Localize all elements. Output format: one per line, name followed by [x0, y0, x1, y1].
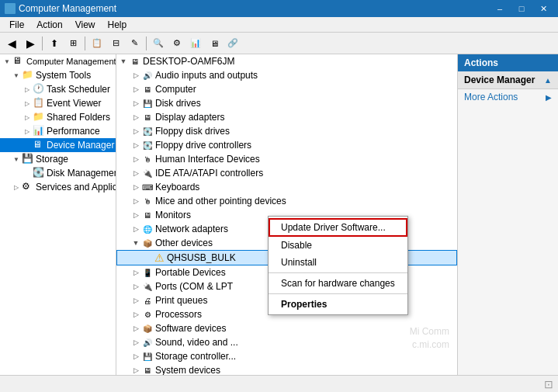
dev-hid[interactable]: ▷ 🖱 Human Interface Devices	[116, 152, 457, 166]
audio-icon: 🔊	[141, 69, 154, 82]
log-icon: 📋	[33, 97, 45, 109]
dev-label: Portable Devices	[155, 267, 226, 278]
up-button[interactable]: ⬆	[46, 35, 63, 52]
dev-label: Floppy drive controllers	[155, 140, 251, 151]
ctx-separator-2	[269, 293, 407, 294]
toolbar-btn-3[interactable]: 📋	[88, 35, 106, 52]
toolbar-sep-2	[85, 36, 85, 50]
show-hide-button[interactable]: ⊞	[64, 35, 81, 52]
dev-floppy-ctrl[interactable]: ▷ 💽 Floppy drive controllers	[116, 138, 457, 152]
dev-display[interactable]: ▷ 🖥 Display adapters	[116, 110, 457, 124]
menu-view[interactable]: View	[69, 18, 102, 32]
floppy-ctrl-icon: 💽	[141, 139, 154, 151]
dev-software[interactable]: ▷ 📦 Software devices	[116, 321, 457, 335]
toolbar-btn-5[interactable]: ✎	[126, 35, 143, 52]
dev-label: Monitors	[155, 210, 191, 220]
tree-services[interactable]: ▷ ⚙ Services and Applications	[0, 180, 116, 194]
portable-icon: 📱	[141, 266, 154, 279]
dev-keyboards[interactable]: ▷ ⌨ Keyboards	[116, 180, 457, 194]
tree-performance[interactable]: ▷ 📊 Performance	[0, 124, 116, 138]
expand-icon: ▷	[130, 196, 141, 206]
other-icon: 📦	[141, 237, 154, 249]
actions-sub-header: Device Manager ▲	[458, 71, 558, 89]
dev-system[interactable]: ▷ 🖥 System devices	[116, 363, 457, 375]
title-bar-title: Computer Management	[19, 3, 116, 14]
device-tree: ▼ 🖥 DESKTOP-OAMF6JM ▷ 🔊 Audio inputs and…	[116, 54, 457, 375]
expand-icon: ▷	[130, 140, 141, 151]
cpu-icon: ⚙	[141, 308, 154, 321]
expand-icon	[22, 168, 33, 179]
title-bar-buttons: – □ ✕	[490, 2, 553, 16]
tree-task-scheduler[interactable]: ▷ 🕐 Task Scheduler	[0, 82, 116, 96]
expand-icon: ▷	[130, 98, 141, 109]
ctx-scan[interactable]: Scan for hardware changes	[269, 275, 407, 292]
dev-ide[interactable]: ▷ 🔌 IDE ATA/ATAPI controllers	[116, 166, 457, 180]
toolbar-btn-8[interactable]: 📊	[187, 35, 204, 52]
dev-floppy-disk[interactable]: ▷ 💽 Floppy disk drives	[116, 124, 457, 138]
tree-event-viewer[interactable]: ▷ 📋 Event Viewer	[0, 96, 116, 110]
tree-device-manager[interactable]: 🖥 Device Manager	[0, 138, 116, 152]
actions-sub-arrow: ▲	[544, 76, 552, 85]
ide-icon: 🔌	[141, 167, 154, 179]
forward-button[interactable]: ▶	[22, 35, 39, 52]
right-panel: Actions Device Manager ▲ More Actions ▶	[457, 54, 558, 375]
status-bar: ⊡	[0, 375, 558, 392]
more-actions-arrow: ▶	[546, 93, 552, 102]
title-bar: Computer Management – □ ✕	[0, 0, 558, 17]
toolbar-btn-9[interactable]: 🖥	[206, 35, 223, 52]
toolbar-btn-4[interactable]: ⊟	[107, 35, 124, 52]
tree-storage[interactable]: ▼ 💾 Storage	[0, 152, 116, 166]
actions-header: Actions	[458, 54, 558, 71]
expand-icon: ▼	[2, 56, 12, 67]
dev-label: IDE ATA/ATAPI controllers	[155, 168, 263, 179]
ctx-uninstall[interactable]: Uninstall	[269, 254, 407, 271]
close-button[interactable]: ✕	[533, 2, 553, 16]
expand-icon: ▼	[130, 238, 141, 248]
floppy-icon: 💽	[141, 125, 154, 137]
dev-computer[interactable]: ▷ 🖥 Computer	[116, 82, 457, 96]
toolbar-btn-7[interactable]: ⚙	[168, 35, 185, 52]
expand-icon: ▷	[22, 98, 33, 109]
tree-shared-folders[interactable]: ▷ 📁 Shared Folders	[0, 110, 116, 124]
mouse-icon: 🖱	[141, 195, 154, 207]
menu-help[interactable]: Help	[102, 18, 133, 32]
expand-icon: ▷	[130, 323, 141, 334]
ctx-properties[interactable]: Properties	[269, 296, 407, 313]
ctx-disable[interactable]: Disable	[269, 237, 407, 254]
back-button[interactable]: ◀	[3, 35, 20, 52]
dev-mice[interactable]: ▷ 🖱 Mice and other pointing devices	[116, 194, 457, 208]
tree-system-tools[interactable]: ▼ 📁 System Tools	[0, 68, 116, 82]
expand-icon: ▷	[130, 337, 141, 348]
left-panel: ▼ 🖥 Computer Management (Local ▼ 📁 Syste…	[0, 54, 116, 375]
more-actions-link[interactable]: More Actions ▶	[458, 89, 558, 105]
actions-sub-label: Device Manager	[464, 75, 535, 85]
toolbar-btn-10[interactable]: 🔗	[224, 35, 241, 52]
expand-icon	[142, 252, 153, 263]
toolbar-btn-6[interactable]: 🔍	[150, 35, 167, 52]
tree-computer-management[interactable]: ▼ 🖥 Computer Management (Local	[0, 54, 116, 68]
maximize-button[interactable]: □	[511, 2, 532, 16]
menu-action[interactable]: Action	[30, 18, 68, 32]
expand-icon: ▷	[130, 126, 141, 137]
dev-storage[interactable]: ▷ 💾 Storage controller...	[116, 349, 457, 363]
expand-icon: ▷	[130, 168, 141, 179]
dev-root[interactable]: ▼ 🖥 DESKTOP-OAMF6JM	[116, 54, 457, 68]
menu-file[interactable]: File	[3, 18, 30, 32]
expand-icon: ▷	[130, 112, 141, 123]
dev-audio[interactable]: ▷ 🔊 Audio inputs and outputs	[116, 68, 457, 82]
dev-sound[interactable]: ▷ 🔊 Sound, video and ...	[116, 335, 457, 349]
expand-icon: ▷	[130, 281, 141, 292]
tree-disk-management[interactable]: 💽 Disk Management	[0, 166, 116, 180]
tree-label: Services and Applications	[36, 182, 116, 193]
port-icon: 🔌	[141, 280, 154, 293]
expand-icon: ▷	[130, 182, 141, 193]
dev-label: Other devices	[155, 238, 213, 248]
dev-label: Display adapters	[155, 112, 224, 123]
toolbar: ◀ ▶ ⬆ ⊞ 📋 ⊟ ✎ 🔍 ⚙ 📊 🖥 🔗	[0, 33, 558, 54]
expand-icon: ▷	[11, 182, 22, 193]
minimize-button[interactable]: –	[490, 2, 510, 16]
dev-disk[interactable]: ▷ 💾 Disk drives	[116, 96, 457, 110]
computer-icon: 🖥	[129, 55, 141, 68]
warning-icon: ⚠	[153, 252, 165, 264]
ctx-update-driver[interactable]: Update Driver Software...	[269, 218, 407, 237]
